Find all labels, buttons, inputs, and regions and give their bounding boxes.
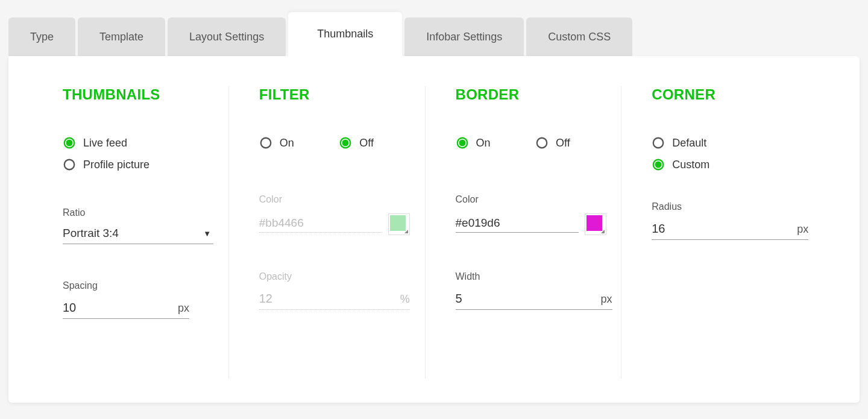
tab-thumbnails[interactable]: Thumbnails [288,12,402,56]
filter-opacity-label: Opacity [259,271,419,282]
section-title-corner: CORNER [652,86,811,103]
radio-label: Off [556,137,570,150]
corner-radius-input[interactable]: 16 [652,221,791,237]
radio-unchecked-icon [535,136,549,150]
section-title-filter: FILTER [259,86,419,103]
border-color-swatch[interactable] [585,213,606,235]
radio-profile-picture[interactable]: Profile picture [63,158,222,171]
radio-label: Off [359,137,374,150]
svg-point-5 [262,140,269,146]
ratio-select[interactable]: Portrait 3:4 ▼ [63,227,213,244]
corner-radius-unit: px [797,223,808,236]
tabs-bar: TypeTemplateLayout SettingsThumbnailsInf… [8,12,860,56]
radio-checked-icon [652,158,665,171]
radio-label: Live feed [83,137,127,150]
radio-unchecked-icon [652,136,665,150]
radio-border-on[interactable]: On [456,136,491,150]
radio-checked-icon [339,136,352,150]
radio-label: On [280,137,294,150]
border-width-field: Width 5 px [456,271,615,310]
corner-radius-field: Radius 16 px [652,201,811,240]
spacing-input[interactable]: 10 [63,300,172,316]
radio-corner-custom[interactable]: Custom [652,158,811,171]
ratio-field: Ratio Portrait 3:4 ▼ [63,207,222,244]
color-swatch-fill [587,215,602,231]
filter-color-swatch [388,213,410,235]
border-width-input[interactable]: 5 [456,291,595,307]
radio-border-off[interactable]: Off [535,136,570,150]
svg-point-9 [459,140,465,146]
radio-label: On [476,137,491,150]
radio-label: Default [672,137,706,150]
radio-live-feed[interactable]: Live feed [63,136,222,150]
radio-checked-icon [63,136,76,150]
tab-infobar-settings[interactable]: Infobar Settings [404,17,524,57]
radio-label: Profile picture [83,159,149,171]
settings-panel: THUMBNAILS Live feed Profile picture Rat… [8,56,860,403]
radio-corner-default[interactable]: Default [652,136,811,150]
radio-label: Custom [672,159,709,171]
filter-opacity-unit: % [400,293,410,306]
swatch-corner-icon [601,230,605,233]
color-swatch-fill [390,215,406,231]
spacing-field: Spacing 10 px [63,280,222,319]
radio-filter-on[interactable]: On [259,136,294,150]
section-title-border: BORDER [456,86,615,103]
svg-point-7 [342,140,349,146]
corner-radius-label: Radius [652,201,811,212]
tab-template[interactable]: Template [78,17,165,57]
filter-opacity-field: Opacity 12 % [259,271,419,310]
filter-color-label: Color [259,194,419,205]
svg-point-11 [538,140,545,146]
chevron-down-icon: ▼ [203,229,213,238]
swatch-corner-icon [404,230,408,233]
filter-column: FILTER On Off Color #bb4466 [228,86,425,379]
svg-point-3 [66,162,73,168]
radio-unchecked-icon [63,158,76,171]
filter-color-field: Color #bb4466 [259,194,419,235]
border-color-field: Color #e019d6 [456,194,615,235]
thumbnails-column: THUMBNAILS Live feed Profile picture Rat… [57,86,228,379]
corner-column: CORNER Default Custom Radius 16 px [621,86,817,379]
border-width-unit: px [600,293,612,306]
section-title-thumbnails: THUMBNAILS [63,86,222,103]
tab-layout-settings[interactable]: Layout Settings [168,17,286,57]
spacing-label: Spacing [63,280,222,291]
radio-checked-icon [456,136,469,150]
border-color-label: Color [456,194,615,205]
tab-custom-css[interactable]: Custom CSS [526,17,632,57]
svg-point-13 [655,140,662,146]
border-column: BORDER On Off Color #e019d6 [425,86,621,379]
tab-type[interactable]: Type [8,17,75,57]
radio-filter-off[interactable]: Off [339,136,374,150]
ratio-label: Ratio [63,207,222,218]
border-color-input[interactable]: #e019d6 [456,216,579,233]
border-width-label: Width [456,271,615,282]
ratio-value: Portrait 3:4 [63,227,203,240]
spacing-unit: px [178,302,189,315]
filter-color-input: #bb4466 [259,216,382,233]
svg-point-15 [655,162,662,168]
filter-opacity-input: 12 [259,291,394,307]
radio-unchecked-icon [259,136,272,150]
svg-point-1 [66,140,73,146]
